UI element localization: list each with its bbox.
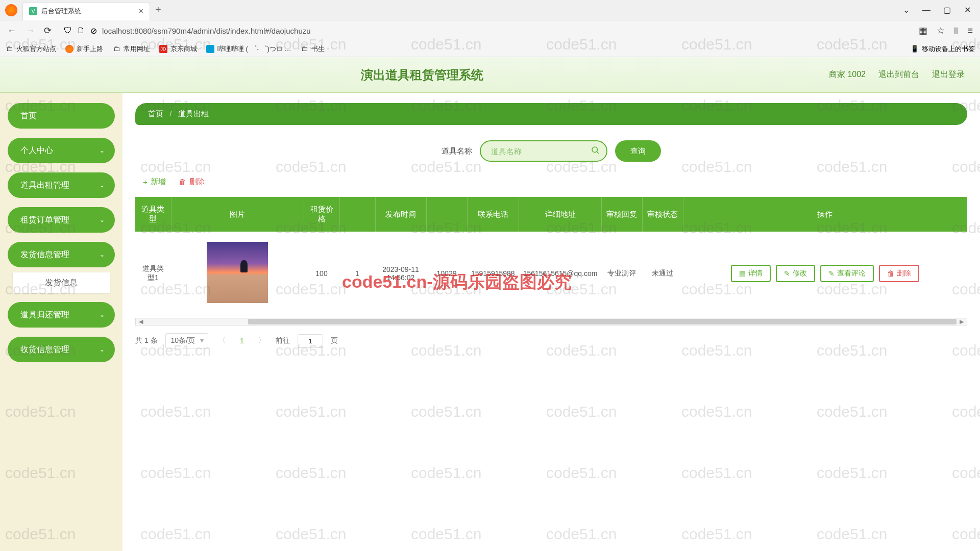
sidebar-item-home[interactable]: 首页 [8,103,115,129]
breadcrumb-separator: / [169,109,172,118]
goto-front-link[interactable]: 退出到前台 [878,69,919,80]
edit-button[interactable]: ✎修改 [776,265,815,282]
page-current[interactable]: 1 [236,337,248,345]
folder-icon: 🗀 [5,45,13,53]
row-delete-button[interactable]: 🗑删除 [879,265,919,282]
back-icon[interactable]: ← [5,23,18,38]
cell-price: 100 [304,232,339,315]
page-suffix: 页 [331,336,338,345]
prev-page-icon[interactable]: 〈 [216,336,228,345]
bookmark-star-icon[interactable]: ☆ [935,23,947,38]
jd-icon: JD [159,45,167,53]
header-links: 商家 1002 退出到前台 退出登录 [829,69,965,80]
cell-time: 2023-09-11 14:56:02 [375,232,426,315]
url-bar[interactable]: 🛡 🗋 ⊘ localhost:8080/ssm790m4/admin/dist… [59,26,912,36]
cell-reply: 专业测评 [601,232,642,315]
trash-icon: 🗑 [887,269,894,278]
bookmark-bar: 🗀火狐官方站点 新手上路 🗀常用网址 JD京东商城 哔哩哔哩 ( ゜- ゜)つロ… [0,41,980,57]
add-button[interactable]: +新增 [143,177,166,187]
cell-image [171,232,304,315]
col-y [426,197,467,232]
logout-link[interactable]: 退出登录 [932,69,965,80]
menu-icon[interactable]: ≡ [965,23,975,38]
vue-icon: V [29,7,37,15]
bookmark-item[interactable]: 哔哩哔哩 ( ゜- ゜)つロ … [206,44,291,54]
edit-icon: ✎ [784,269,790,278]
scroll-left-icon[interactable]: ◀ [136,318,146,325]
bookmark-item[interactable]: 新手上路 [65,44,103,54]
sidebar-item-return[interactable]: 道具归还管理⌄ [8,302,115,328]
next-page-icon[interactable]: 〉 [256,336,268,345]
sidebar-item-profile[interactable]: 个人中心⌄ [8,138,115,163]
reload-icon[interactable]: ⟳ [42,23,54,38]
svg-line-1 [597,152,599,154]
scroll-right-icon[interactable]: ▶ [957,318,967,325]
app-body: 首页 个人中心⌄ 道具出租管理⌄ 租赁订单管理⌄ 发货信息管理⌄ 发货信息 道具… [0,93,980,551]
browser-tab[interactable]: V 后台管理系统 × [22,2,150,20]
nav-bar: ← → ⟳ 🛡 🗋 ⊘ localhost:8080/ssm790m4/admi… [0,20,980,41]
sidebar-item-prop-rental[interactable]: 道具出租管理⌄ [8,172,115,198]
search-input[interactable] [480,140,607,162]
page-info-icon[interactable]: 🗋 [77,26,85,35]
user-label[interactable]: 商家 1002 [829,69,866,80]
shield-icon[interactable]: 🛡 [64,26,72,35]
extensions-icon[interactable]: ⫴ [952,23,960,38]
close-window-icon[interactable]: ✕ [962,5,972,15]
window-controls: ⌄ — ▢ ✕ [901,5,980,15]
tab-bar: V 后台管理系统 × + ⌄ — ▢ ✕ [0,0,980,20]
comments-button[interactable]: ✎查看评论 [820,265,874,282]
page-size-select[interactable]: 10条/页 [165,333,208,348]
app-title: 演出道具租赁管理系统 [15,67,829,83]
search-button[interactable]: 查询 [615,140,661,162]
detail-button[interactable]: ▤详情 [731,265,771,282]
minimize-icon[interactable]: — [921,5,932,15]
thumbnail-image[interactable] [207,242,268,303]
bookmark-item[interactable]: 🗀常用网址 [112,44,150,54]
col-actions: 操作 [683,197,967,232]
col-reply: 审核回复 [601,197,642,232]
sidebar-item-receiving[interactable]: 收货信息管理⌄ [8,337,115,362]
chevron-down-icon[interactable]: ⌄ [901,5,911,15]
chevron-down-icon: ⌄ [100,147,105,154]
sidebar-item-order[interactable]: 租赁订单管理⌄ [8,207,115,233]
horizontal-scrollbar[interactable]: ◀ ▶ [135,318,967,325]
pagination: 共 1 条 10条/页 〈 1 〉 前往 页 [135,333,967,348]
chevron-down-icon: ⌄ [100,251,105,258]
delete-button[interactable]: 🗑删除 [179,177,205,187]
plus-icon: + [143,178,148,186]
goto-input[interactable] [298,334,323,348]
col-image: 图片 [171,197,304,232]
breadcrumb-home[interactable]: 首页 [148,109,163,118]
sidebar-item-shipping[interactable]: 发货信息管理⌄ [8,242,115,267]
col-status: 审核状态 [642,197,683,232]
bookmark-item[interactable]: 🗀火狐官方站点 [5,44,56,54]
col-type: 道具类型 [135,197,171,232]
bookmark-item[interactable]: 🗀书生 [300,44,325,54]
toolbar: +新增 🗑删除 [135,177,967,187]
folder-icon: 🗀 [300,45,308,53]
url-text: localhost:8080/ssm790m4/admin/dist/index… [102,27,311,35]
new-tab-button[interactable]: + [155,4,161,16]
permission-icon[interactable]: ⊘ [90,26,97,36]
browser-chrome: V 后台管理系统 × + ⌄ — ▢ ✕ ← → ⟳ 🛡 🗋 ⊘ localho… [0,0,980,57]
svg-point-0 [592,147,598,153]
chevron-down-icon: ⌄ [100,216,105,223]
sidebar-sub-shipping-info[interactable]: 发货信息 [13,272,110,293]
bookmark-item[interactable]: JD京东商城 [159,44,197,54]
col-price: 租赁价格 [304,197,339,232]
comment-icon: ✎ [828,269,835,278]
scroll-thumb[interactable] [248,319,957,324]
forward-icon[interactable]: → [23,23,37,38]
maximize-icon[interactable]: ▢ [942,5,952,15]
col-phone: 联系电话 [467,197,519,232]
doc-icon: ▤ [739,269,746,278]
table-header-row: 道具类型 图片 租赁价格 发布时间 联系电话 详细地址 审核回复 审核状态 操作 [135,197,967,232]
search-icon [591,145,600,157]
data-table: 道具类型 图片 租赁价格 发布时间 联系电话 详细地址 审核回复 审核状态 操作… [135,197,967,315]
cell-type: 道具类型1 [135,232,171,315]
mobile-bookmarks[interactable]: 📱移动设备上的书签 [911,44,975,54]
qr-icon[interactable]: ▦ [917,23,929,38]
page-total: 共 1 条 [135,336,158,345]
table-row: 道具类型1 100 1 2023-09-11 14:56:02 10029 15… [135,232,967,315]
close-icon[interactable]: × [139,7,143,16]
